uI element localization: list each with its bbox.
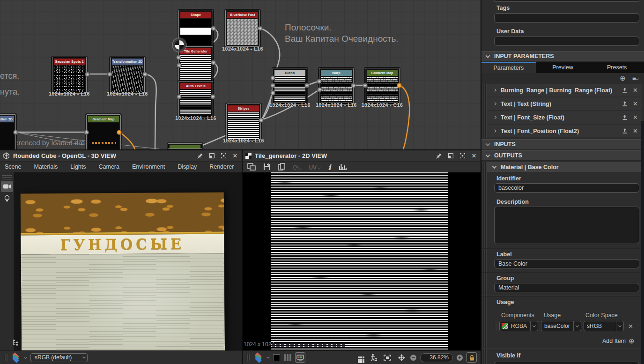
chevron-down-icon[interactable] <box>266 355 270 358</box>
output-connector[interactable] <box>13 130 18 135</box>
panel-grip[interactable] <box>481 83 487 138</box>
graph-node-partial[interactable] <box>168 143 202 149</box>
label-input[interactable] <box>494 259 639 268</box>
sort-menu-icon[interactable]: ≡ <box>632 74 638 82</box>
expose-icon[interactable] <box>622 128 628 134</box>
user-data-input[interactable] <box>494 37 639 46</box>
graph-node[interactable]: BlueNoise Fast <box>225 10 260 47</box>
output-connector[interactable] <box>211 60 216 65</box>
add-parameter-icon[interactable]: ⊕ <box>620 74 626 82</box>
camera-tool-button[interactable] <box>1 181 13 192</box>
visible-if-input[interactable] <box>494 362 639 364</box>
input-connector[interactable] <box>84 130 89 135</box>
graph-node[interactable]: Tile Generator <box>178 46 213 83</box>
input-connector[interactable] <box>317 79 322 84</box>
output-connector-active[interactable] <box>117 130 122 135</box>
parameter-row[interactable]: Text | Font_Size (Float) ✕ <box>487 111 642 124</box>
material-layers-icon[interactable] <box>11 353 21 362</box>
tiling-grid-icon[interactable] <box>358 357 360 358</box>
mannequin-icon[interactable] <box>368 352 378 363</box>
delete-parameter-icon[interactable]: ✕ <box>633 127 638 134</box>
usage-row-grip[interactable] <box>494 321 497 331</box>
graph-node[interactable]: Transformation 2D <box>110 57 145 94</box>
menu-camera[interactable]: Camera <box>99 163 119 170</box>
output-connector[interactable] <box>351 83 356 88</box>
statusbar-grip[interactable] <box>246 354 250 361</box>
menu-display[interactable]: Display <box>178 163 197 170</box>
colorspace-dropdown[interactable]: sRGB <box>584 321 624 331</box>
display-mode-button[interactable] <box>295 352 305 363</box>
tab-parameters[interactable]: Parameters <box>481 62 536 73</box>
panel-grip[interactable] <box>481 162 487 364</box>
chevron-right-icon[interactable] <box>493 116 496 119</box>
input-connector[interactable] <box>363 83 368 88</box>
save-button[interactable] <box>263 163 271 172</box>
colorspace-dropdown[interactable]: sRGB (default) <box>30 353 88 362</box>
input-connector[interactable] <box>176 55 181 60</box>
usage-dropdown[interactable]: baseColor <box>541 321 581 331</box>
chevron-right-icon[interactable] <box>493 129 496 133</box>
input-connector[interactable] <box>270 90 275 96</box>
histogram-button[interactable] <box>339 163 347 172</box>
add-item-button[interactable]: Add Item ⊕ <box>602 337 635 345</box>
info-icon[interactable]: i <box>328 163 331 172</box>
node-graph-panel[interactable]: Gaussian Spots 1 1024x1024 - L16 Transfo… <box>0 0 481 149</box>
inputs-header[interactable]: INPUTS <box>481 139 644 149</box>
maximize-icon[interactable] <box>459 152 466 160</box>
delete-parameter-icon[interactable]: ✕ <box>633 87 638 94</box>
chevron-down-icon[interactable] <box>24 355 27 358</box>
chevron-right-icon[interactable] <box>493 102 496 105</box>
output-connector[interactable] <box>211 26 216 31</box>
parameter-row[interactable]: Text | Font_Position (Float2) ✕ <box>487 125 642 137</box>
identifier-input[interactable] <box>494 183 639 193</box>
view-output-indicator-icon[interactable] <box>173 38 186 52</box>
scene-tree-button[interactable] <box>12 339 20 349</box>
components-dropdown[interactable]: RGBA <box>499 321 538 331</box>
channels-filter-icon[interactable] <box>284 354 291 361</box>
input-connector[interactable] <box>177 63 182 68</box>
tab-presets[interactable]: Presets <box>590 62 644 73</box>
channel-layers-icon[interactable] <box>254 353 263 362</box>
output-connector[interactable] <box>85 72 90 77</box>
zoom-out-button[interactable]: − <box>410 355 416 361</box>
output-connector[interactable] <box>142 72 148 77</box>
menu-materials[interactable]: Materials <box>34 163 58 170</box>
output-connector[interactable] <box>259 118 264 123</box>
graph-node[interactable]: Gradient Map <box>86 114 121 149</box>
graph-node[interactable]: Stripes <box>226 104 261 141</box>
input-connector[interactable] <box>270 83 275 88</box>
delete-parameter-icon[interactable]: ✕ <box>633 114 638 121</box>
tags-input[interactable] <box>494 13 639 22</box>
input-connector[interactable] <box>177 94 182 99</box>
expose-icon[interactable] <box>622 101 628 107</box>
view3d-viewport[interactable]: ГУНДОСЫЕ <box>0 172 242 350</box>
lock-zoom-button[interactable] <box>466 352 477 363</box>
input-connector[interactable] <box>270 75 275 81</box>
input-parameters-header[interactable]: INPUT PARAMETERS <box>481 51 644 61</box>
menu-environment[interactable]: Environment <box>132 163 165 170</box>
input-connector[interactable] <box>317 87 322 92</box>
grip-lines[interactable] <box>2 175 12 180</box>
expose-icon[interactable] <box>622 114 628 121</box>
parameter-row[interactable]: Burning_Range | Burning_Range (Float) ✕ <box>487 84 642 97</box>
zoom-level-field[interactable]: 36.82% <box>420 353 453 362</box>
light-tool-button[interactable] <box>1 193 13 204</box>
float-window-icon[interactable] <box>208 152 215 160</box>
outputs-header[interactable]: OUTPUTS <box>481 150 644 161</box>
pin-icon[interactable] <box>196 152 204 160</box>
copy-button[interactable] <box>278 163 285 172</box>
output-connector-active[interactable] <box>397 83 402 88</box>
graph-node[interactable]: Gradient Map <box>365 68 400 105</box>
tab-preview[interactable]: Preview <box>536 62 590 73</box>
zoom-in-button[interactable]: + <box>457 355 463 361</box>
parameter-row[interactable]: Text | Text (String) ✕ <box>487 97 642 110</box>
graph-node[interactable]: Auto Levels <box>178 81 213 118</box>
output-connector[interactable] <box>304 83 310 88</box>
close-icon[interactable]: ✕ <box>470 152 478 160</box>
expose-icon[interactable] <box>622 87 628 94</box>
float-window-icon[interactable] <box>447 152 454 160</box>
statusbar-grip[interactable] <box>4 354 7 361</box>
menu-scene[interactable]: Scene <box>5 163 21 170</box>
input-connector[interactable] <box>107 72 112 77</box>
menu-lights[interactable]: Lights <box>70 163 86 170</box>
